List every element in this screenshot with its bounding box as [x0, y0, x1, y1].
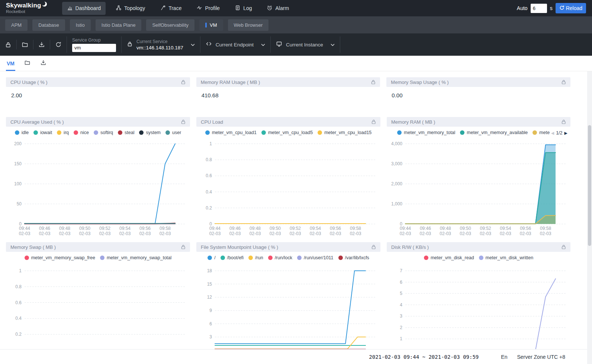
lock-toolbar-button[interactable]	[0, 41, 16, 48]
lock-icon[interactable]	[371, 244, 376, 250]
refresh-button[interactable]	[50, 41, 67, 48]
svg-text:1: 1	[209, 141, 212, 146]
legend-item[interactable]: meter_vm_disk_written	[479, 255, 534, 260]
legend-dot	[221, 256, 225, 260]
auto-interval-input[interactable]	[531, 4, 547, 13]
charts-row-1: CPU Average Used ( % ) idleiowaitirqnice…	[6, 117, 570, 237]
top-nav: Skywalking Rocketbot Dashboard Topology …	[0, 0, 592, 16]
memory-ram-chart[interactable]: 01,0002,0003,0004,00009:4402-0309:4602-0…	[387, 136, 570, 237]
reload-button[interactable]: Reload	[556, 3, 586, 13]
time-range-picker[interactable]: 2021-02-03 09:44 ~ 2021-02-03 09:59	[369, 354, 479, 360]
pager-label: 1/2	[556, 130, 562, 136]
tab-istio-data-plane[interactable]: Istio Data Plane	[96, 19, 142, 31]
current-instance-selector[interactable]: Current Instance	[271, 41, 340, 49]
tab-apm[interactable]: APM	[5, 19, 28, 31]
page-tab-row: VM	[0, 56, 592, 71]
legend-item[interactable]: /run	[248, 255, 263, 260]
service-group-input[interactable]	[72, 44, 116, 52]
lock-icon[interactable]	[181, 244, 186, 250]
tab-database[interactable]: Database	[32, 19, 65, 31]
legend-item[interactable]: nice	[74, 130, 89, 135]
scrollbar-thumb[interactable]	[588, 125, 591, 246]
tab-selfobservability[interactable]: SelfObservability	[146, 19, 194, 31]
download-icon[interactable]	[40, 59, 46, 67]
legend-item[interactable]: irq	[57, 130, 69, 135]
legend-item[interactable]: meter_vm_memory_swap_total	[100, 255, 171, 260]
legend-item[interactable]: meter_vm_memory_available	[460, 130, 528, 135]
svg-text:09:48: 09:48	[59, 226, 70, 231]
legend-dot	[397, 130, 402, 135]
svg-text:0.8: 0.8	[15, 284, 22, 289]
card-header: CPU Load	[196, 117, 380, 127]
legend-item[interactable]: /	[207, 255, 215, 260]
legend-item[interactable]: /run/user/1011	[297, 255, 334, 260]
language-switch[interactable]: En	[501, 354, 507, 360]
legend-item[interactable]: softirq	[94, 130, 113, 135]
auto-label: Auto	[517, 5, 528, 11]
tab-web-browser[interactable]: Web Browser	[228, 19, 269, 31]
svg-text:7: 7	[400, 268, 402, 273]
cpu-load-chart[interactable]: 00.20.40.60.8109:4402-0309:4602-0309:480…	[196, 136, 380, 237]
legend-item[interactable]: idle	[15, 130, 29, 135]
nav-label: Alarm	[275, 5, 289, 11]
card-title: Memory Swap ( MB )	[10, 244, 56, 250]
legend-item[interactable]: iowait	[33, 130, 52, 135]
trace-icon	[160, 5, 166, 12]
tab-label: SelfObservability	[152, 22, 189, 28]
lock-icon[interactable]	[561, 79, 566, 85]
file-system-chart[interactable]: 36912151809:4402-0309:4602-0309:4802-030…	[196, 261, 380, 364]
disk-rw-chart[interactable]: 123456709:4402-0309:4602-0309:4802-0309:…	[387, 261, 570, 364]
cpu-average-used-chart[interactable]: 05010015020009:4402-0309:4602-0309:4802-…	[6, 136, 190, 237]
nav-alarm[interactable]: Alarm	[262, 2, 294, 15]
lock-icon[interactable]	[181, 119, 186, 124]
legend-item[interactable]: meter_vm_memory_swap_free	[25, 255, 95, 260]
legend-item[interactable]: meter_vm_cpu_load1	[205, 130, 257, 135]
legend-item[interactable]: system	[139, 130, 161, 135]
legend-item[interactable]: steal	[118, 130, 134, 135]
nav-log[interactable]: Log	[230, 2, 257, 15]
dashboard-content: CPU Usage ( % ) 2.00 Memory RAM Usage ( …	[0, 71, 592, 364]
nav-trace[interactable]: Trace	[155, 2, 186, 15]
svg-text:0.6: 0.6	[206, 173, 212, 178]
tab-istio[interactable]: Istio	[70, 19, 91, 31]
legend-item[interactable]: /run/lock	[268, 255, 292, 260]
legend-dot	[479, 256, 483, 260]
chart-legend: meter_vm_cpu_load1meter_vm_cpu_load5mete…	[205, 130, 372, 135]
nav-right: Auto s Reload	[517, 3, 586, 13]
legend-dot	[118, 130, 122, 135]
legend-item[interactable]: meter_vm_memory_total	[397, 130, 455, 135]
lock-icon[interactable]	[561, 244, 566, 250]
server-zone-selector[interactable]: Server Zone UTC +8	[517, 354, 565, 360]
legend-item[interactable]: meter_vm_disk_read	[424, 255, 474, 260]
chevron-down-icon	[331, 41, 335, 48]
lock-icon[interactable]	[371, 79, 376, 85]
legend-item[interactable]: /boot/efi	[221, 255, 244, 260]
pager-prev-icon[interactable]: ◀	[551, 131, 554, 136]
legend-item[interactable]: meter_vm_cpu_load15	[318, 130, 371, 135]
legend-item[interactable]: /var/lib/lxcfs	[338, 255, 369, 260]
tab-vm[interactable]: VM	[199, 19, 223, 31]
service-group-label: Service Group	[72, 38, 116, 43]
download-button[interactable]	[33, 41, 50, 48]
folder-icon[interactable]	[24, 59, 30, 67]
legend-dot	[57, 130, 61, 135]
nav-label: Trace	[168, 5, 181, 11]
svg-text:150: 150	[14, 161, 22, 166]
nav-topology[interactable]: Topology	[111, 2, 150, 15]
legend-item[interactable]: user	[165, 130, 181, 135]
legend-item[interactable]: meter_vm_cpu_load5	[261, 130, 313, 135]
legend-dot	[33, 130, 38, 135]
lock-icon[interactable]	[561, 119, 566, 124]
current-service-selector[interactable]: Current Service vm::146.148.110.187	[122, 39, 200, 51]
nav-dashboard[interactable]: Dashboard	[62, 2, 106, 15]
lock-icon[interactable]	[371, 119, 376, 124]
current-endpoint-selector[interactable]: Current Endpoint	[200, 41, 270, 48]
nav-profile[interactable]: Profile	[192, 2, 225, 15]
memory-swap-chart[interactable]: 0.20.40.60.8109:4402-0309:4602-0309:4802…	[6, 261, 190, 364]
lock-icon[interactable]	[181, 79, 186, 85]
svg-text:09:58: 09:58	[350, 226, 361, 231]
dashboard-tabbar: APM Database Istio Istio Data Plane Self…	[0, 16, 592, 33]
page-tab-vm[interactable]: VM	[7, 56, 15, 71]
pager-next-icon[interactable]: ▶	[564, 131, 567, 136]
folder-button[interactable]	[17, 41, 33, 48]
